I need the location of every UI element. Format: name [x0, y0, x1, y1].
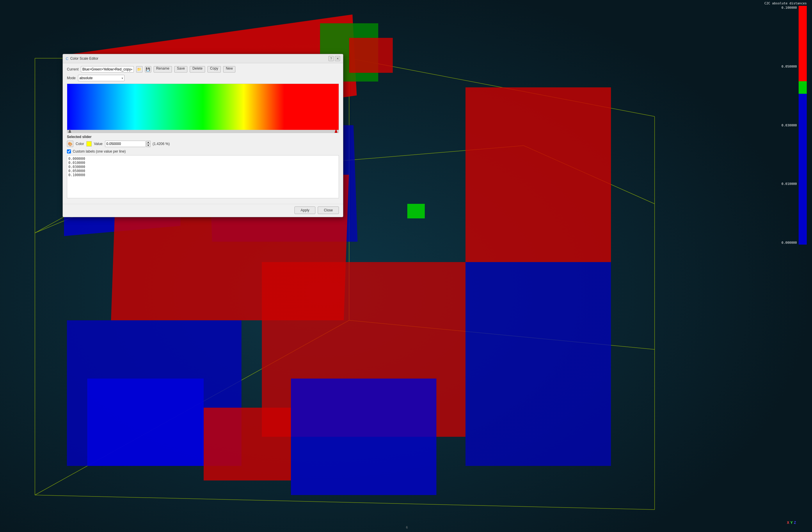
viewport: C2C absolute distances 0.100000 0.050000…	[0, 0, 812, 532]
dialog-footer: Apply Close	[63, 204, 343, 217]
load-icon-button[interactable]: 📁	[136, 66, 143, 72]
apply-button[interactable]: Apply	[294, 207, 315, 214]
rename-button[interactable]: Rename	[154, 66, 172, 72]
scale-label-mid1: 0.050000	[781, 65, 797, 68]
slider-controls-row: 🎨 Color Value ▲ ▼ (1.4206 %)	[67, 141, 339, 147]
scale-labels: 0.100000 0.050000 0.030000 0.010000 0.00…	[781, 6, 797, 244]
mode-label: Mode	[67, 76, 76, 80]
slider-track	[67, 130, 339, 133]
color-swatch[interactable]	[86, 141, 92, 146]
spinner-up[interactable]: ▲	[146, 141, 150, 144]
page-number: 6	[406, 526, 408, 529]
custom-labels-checkbox-label: Custom labels (one value per line)	[73, 149, 126, 153]
dialog-title-icon: C	[66, 56, 68, 61]
svg-rect-32	[407, 204, 425, 219]
scale-title: C2C absolute distances	[764, 1, 807, 5]
dialog-titlebar: C Color Scale Editor ? ✕	[63, 54, 343, 63]
save-button[interactable]: Save	[174, 66, 187, 72]
custom-labels-row: Custom labels (one value per line)	[67, 149, 339, 153]
scale-label-mid2: 0.030000	[781, 124, 797, 127]
scale-label-min: 0.000000	[781, 241, 797, 244]
delete-button[interactable]: Delete	[190, 66, 205, 72]
scale-gradient	[67, 84, 339, 130]
dialog-controls: ? ✕	[329, 56, 340, 61]
svg-rect-25	[465, 262, 611, 466]
copy-button[interactable]: Copy	[207, 66, 221, 72]
svg-rect-29	[204, 408, 291, 480]
x-axis-label: X	[787, 521, 789, 525]
svg-rect-28	[87, 379, 204, 466]
current-label: Current	[67, 67, 78, 71]
mode-combo-value: absolute	[79, 76, 92, 80]
mode-combo-chevron: ▾	[121, 76, 123, 80]
color-scale-bar	[799, 6, 807, 244]
svg-rect-30	[291, 379, 436, 495]
scale-label-max: 0.100000	[781, 6, 797, 10]
dialog-body: Current Blue>Green>Yellow>Red_copy ▾ 📁 💾…	[63, 63, 343, 202]
color-scale-preview[interactable]	[67, 84, 339, 133]
dialog-title-text: Color Scale Editor	[70, 56, 98, 60]
dialog-title-section: C Color Scale Editor	[66, 56, 98, 61]
y-axis-label: Y	[791, 521, 793, 525]
scale-label-mid3: 0.010000	[781, 182, 797, 186]
selected-slider-label: Selected slider	[67, 135, 339, 139]
axis-labels: X Y Z	[787, 521, 796, 525]
svg-rect-24	[465, 87, 611, 262]
current-combo[interactable]: Blue>Green>Yellow>Red_copy ▾	[81, 66, 134, 72]
percent-label: (1.4206 %)	[153, 142, 170, 146]
value-input-container: ▲ ▼	[105, 141, 150, 147]
eyedropper-button[interactable]: 🎨	[67, 141, 73, 147]
mode-row: Mode absolute ▾	[67, 75, 339, 81]
color-label: Color	[76, 142, 84, 146]
value-label: Value	[94, 142, 103, 146]
svg-rect-27	[349, 38, 393, 73]
z-axis-label: Z	[794, 521, 796, 525]
new-button[interactable]: New	[223, 66, 235, 72]
color-scale-editor-dialog[interactable]: C Color Scale Editor ? ✕ Current Blue>Gr…	[62, 54, 343, 217]
close-dialog-button[interactable]: Close	[318, 207, 339, 214]
custom-labels-checkbox[interactable]	[67, 149, 71, 153]
value-input[interactable]	[105, 141, 146, 147]
current-row: Current Blue>Green>Yellow>Red_copy ▾ 📁 💾…	[67, 66, 339, 72]
save-icon-button[interactable]: 💾	[145, 66, 151, 72]
current-combo-value: Blue>Green>Yellow>Red_copy	[82, 67, 131, 71]
spinner-buttons: ▲ ▼	[146, 141, 150, 147]
help-button[interactable]: ?	[329, 56, 334, 61]
custom-labels-textarea[interactable]	[67, 155, 339, 198]
spinner-down[interactable]: ▼	[146, 144, 150, 147]
close-button[interactable]: ✕	[335, 56, 340, 61]
current-combo-chevron: ▾	[131, 68, 132, 71]
mode-combo[interactable]: absolute ▾	[78, 75, 125, 81]
